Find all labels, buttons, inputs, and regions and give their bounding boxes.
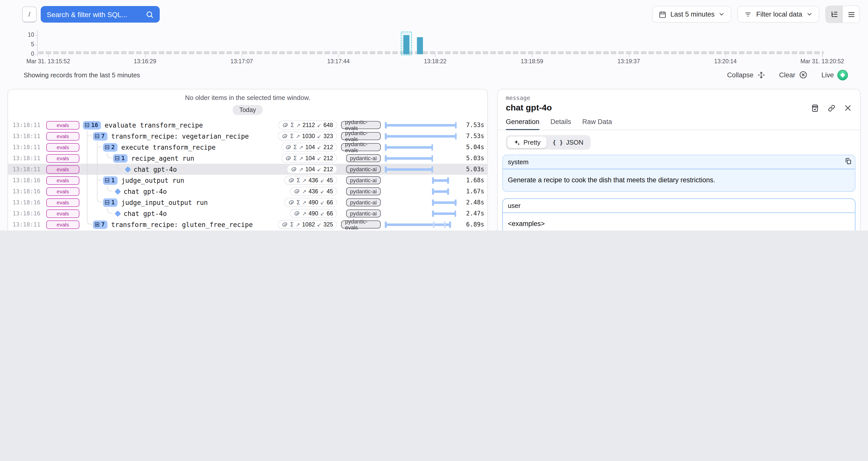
scope-tag[interactable]: pydantic-ai [346, 165, 381, 173]
tokens-in: 490 [308, 210, 318, 216]
tab-raw-data[interactable]: Raw Data [582, 118, 612, 129]
tokens-icon [288, 199, 294, 205]
token-stats-pill[interactable]: Σ↗104↙212 [281, 143, 337, 152]
collapse-icon: ⊟ [94, 133, 100, 140]
live-toggle[interactable]: Live [821, 69, 848, 80]
collapse-button[interactable]: Collapse [727, 70, 766, 79]
scope-tag[interactable]: pydantic-evals [341, 132, 381, 140]
tokens-out-arrow-icon: ↙ [317, 221, 321, 227]
pin-panel-icon[interactable] [811, 104, 819, 112]
scope-tag-cell: pydantic-ai [341, 198, 381, 206]
system-role-header: system [503, 155, 855, 169]
tree-cell: ⊞7transform_recipe: gluten_free_recipe [83, 219, 278, 230]
tree-connector [117, 164, 122, 169]
copy-link-icon[interactable] [827, 104, 836, 112]
service-badge[interactable]: evals [46, 154, 80, 162]
tree-guide-line [87, 186, 87, 197]
scope-tag[interactable]: pydantic-ai [346, 176, 381, 184]
span-bar-tick [433, 221, 435, 228]
collapse-count-chip[interactable]: ⊟7 [93, 132, 108, 141]
pretty-label: Pretty [523, 139, 540, 146]
trace-row[interactable]: 13:18:11evals⊟16evaluate transform_recip… [8, 120, 487, 130]
close-icon[interactable] [844, 104, 852, 112]
scope-tag[interactable]: pydantic-ai [346, 209, 381, 217]
x-tick-mark [339, 54, 339, 57]
service-badge[interactable]: evals [46, 132, 80, 141]
trace-row[interactable]: 13:18:11evalschat gpt-4o↗104↙212pydantic… [8, 164, 487, 175]
tree-view-toggle[interactable] [826, 6, 842, 23]
trace-row[interactable]: 13:18:16evals⊟1judge_input_output runΣ↗4… [8, 197, 487, 208]
trace-row[interactable]: 13:18:11evals⊟2execute transform_recipeΣ… [8, 142, 487, 153]
collapse-icon: ⊟ [104, 177, 110, 184]
tokens-in: 490 [308, 199, 318, 205]
token-stats-pill[interactable]: ↗436↙45 [290, 187, 337, 196]
tab-details[interactable]: Details [551, 118, 571, 129]
histogram-bar[interactable] [403, 35, 409, 54]
token-stats-pill[interactable]: ↗490↙66 [290, 209, 337, 218]
scope-tag-cell: pydantic-ai [341, 165, 381, 173]
token-stats-pill[interactable]: Σ↗490↙66 [284, 198, 337, 207]
service-badge[interactable]: evals [46, 198, 80, 207]
token-stats-pill[interactable]: Σ↗2112↙648 [278, 121, 337, 129]
token-stats-pill[interactable]: Σ↗436↙45 [284, 176, 337, 185]
service-badge[interactable]: evals [46, 176, 80, 185]
x-tick-mark [532, 54, 532, 57]
service-badge[interactable]: evals [46, 121, 80, 129]
tokens-out: 325 [323, 221, 333, 227]
token-stats-pill[interactable]: Σ↗104↙212 [281, 154, 337, 163]
time-range-button[interactable]: Last 5 minutes [652, 6, 732, 23]
clear-button[interactable]: Clear [779, 70, 808, 79]
tokens-icon [288, 177, 294, 183]
trace-row[interactable]: 13:18:11evals⊟7transform_recipe: vegetar… [8, 130, 487, 142]
service-badge[interactable]: evals [46, 220, 80, 229]
tokens-out: 212 [323, 166, 333, 172]
service-badge[interactable]: evals [46, 209, 80, 218]
trace-row[interactable]: 13:18:16evals⊟1judge_output runΣ↗436↙45p… [8, 175, 487, 186]
collapse-count-chip[interactable]: ⊟1 [103, 198, 118, 207]
collapse-count-chip[interactable]: ⊟16 [83, 121, 101, 129]
sum-icon: Σ [297, 177, 300, 184]
empty-notice: No older items in the selected time wind… [8, 94, 487, 101]
tokens-in-arrow-icon: ↗ [302, 188, 307, 194]
scope-tag[interactable]: pydantic-ai [346, 154, 381, 162]
tokens-icon [282, 122, 288, 128]
token-stats-pill[interactable]: Σ↗1082↙325 [278, 220, 337, 229]
trace-row[interactable]: 13:18:11evals⊟1recipe_agent runΣ↗104↙212… [8, 153, 487, 164]
tab-generation[interactable]: Generation [506, 118, 539, 129]
expand-count-chip[interactable]: ⊞7 [93, 220, 108, 229]
trace-row[interactable]: 13:18:16evalschat gpt-4o↗490↙66pydantic-… [8, 208, 487, 219]
json-mode-button[interactable]: { } JSON [547, 136, 589, 148]
x-tick-label: Mar 31. 13:15:52 [26, 58, 70, 64]
trace-row[interactable]: 13:18:16evalschat gpt-4o↗436↙45pydantic-… [8, 186, 487, 197]
tokens-out: 212 [323, 144, 333, 150]
filter-local-data-button[interactable]: Filter local data [738, 6, 819, 23]
scope-tag[interactable]: pydantic-evals [341, 121, 381, 129]
scope-tag[interactable]: pydantic-evals [341, 220, 381, 228]
today-pill[interactable]: Today [233, 105, 263, 115]
service-badge[interactable]: evals [46, 143, 80, 151]
trace-row[interactable]: 13:18:11evals⊞7transform_recipe: gluten_… [8, 219, 487, 230]
search-input[interactable]: Search & filter with SQL... [41, 6, 160, 23]
service-badge[interactable]: evals [46, 187, 80, 195]
y-axis [37, 30, 38, 56]
span-name: transform_recipe: gluten_free_recipe [111, 221, 253, 228]
token-stats-pill[interactable]: Σ↗1030↙323 [278, 131, 337, 141]
collapse-count-chip[interactable]: ⊟1 [113, 154, 128, 162]
scope-tag[interactable]: pydantic-ai [346, 198, 381, 206]
tokens-icon [294, 188, 300, 194]
scope-tag[interactable]: pydantic-ai [346, 187, 381, 195]
list-view-toggle[interactable] [842, 6, 860, 23]
scope-tag-cell: pydantic-evals [341, 143, 381, 151]
scope-tag[interactable]: pydantic-evals [341, 143, 381, 151]
service-badge[interactable]: evals [46, 165, 80, 174]
slash-shortcut-key: / [22, 6, 37, 22]
histogram-bar[interactable] [417, 37, 423, 54]
tokens-out-arrow-icon: ↙ [317, 133, 321, 139]
tree-connector [107, 153, 112, 158]
duration-bar-cell [385, 175, 456, 186]
pretty-mode-button[interactable]: Pretty [507, 136, 547, 148]
collapse-count-chip[interactable]: ⊟2 [103, 143, 118, 151]
token-stats-pill[interactable]: ↗104↙212 [287, 165, 337, 174]
tree-cell: ⊟16evaluate transform_recipe [83, 120, 278, 130]
collapse-count-chip[interactable]: ⊟1 [103, 176, 118, 185]
